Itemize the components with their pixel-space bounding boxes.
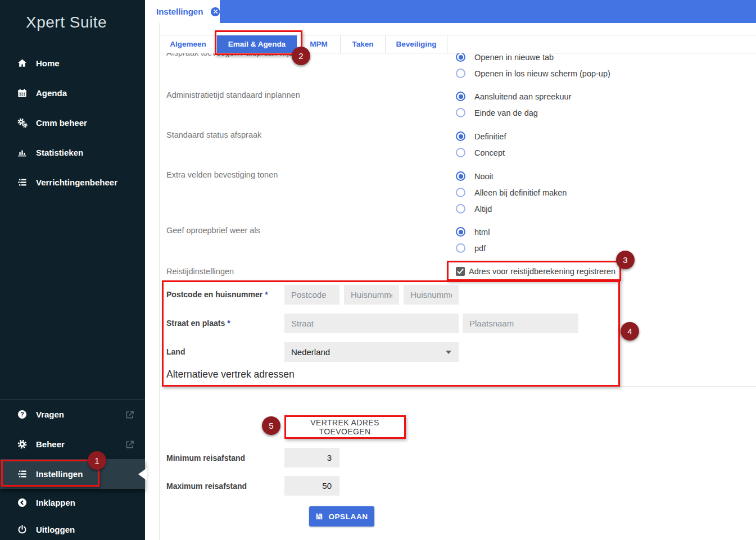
sidebar-item-instellingen[interactable]: Instellingen — [0, 459, 145, 489]
sidebar-item-inklappen[interactable]: Inklappen — [0, 489, 145, 516]
required-asterisk: * — [265, 290, 268, 299]
field-label-minimum-reisafstand: Minimum reisafstand — [166, 453, 245, 463]
power-icon — [16, 524, 28, 535]
sidebar-item-label: Agenda — [36, 88, 67, 98]
tab-email-agenda[interactable]: Email & Agenda — [217, 35, 297, 53]
radio-pdf[interactable]: pdf — [456, 240, 486, 256]
sidebar-item-label: Beheer — [36, 439, 65, 449]
bar-chart-icon — [16, 147, 28, 158]
topbar: Instellingen — [145, 0, 756, 23]
collapse-circle-icon — [16, 497, 28, 508]
radio-label: html — [474, 228, 490, 237]
sidebar-item-cmm-beheer[interactable]: Cmm beheer — [0, 108, 145, 138]
sidebar-item-label: Statistieken — [36, 148, 83, 157]
external-link-icon — [125, 410, 135, 420]
checkbox-checked-icon — [456, 267, 465, 276]
radio-openen-popup[interactable]: Openen in los nieuw scherm (pop-up) — [456, 65, 610, 81]
external-link-icon — [125, 439, 135, 450]
radio-icon — [456, 148, 465, 157]
sidebar-item-home[interactable]: Home — [0, 48, 145, 78]
question-circle-icon: ? — [16, 409, 28, 420]
field-label-reistijdinstellingen: Reistijdinstellingen — [166, 266, 234, 276]
sidebar-item-label: Instellingen — [36, 469, 83, 479]
radio-concept[interactable]: Concept — [456, 144, 505, 161]
radio-label: Concept — [474, 148, 505, 157]
vertrek-adres-toevoegen-button[interactable]: VERTREK ADRES TOEVOEGEN — [288, 417, 401, 437]
sidebar-nav-bottom: ? Vragen Beheer Instell — [0, 399, 145, 540]
field-label-straat-plaats: Straat en plaats* — [166, 318, 230, 328]
sidebar-item-statistieken[interactable]: Statistieken — [0, 138, 145, 167]
radio-label: Einde van de dag — [474, 108, 538, 117]
document-tab-instellingen[interactable]: Instellingen — [145, 0, 220, 23]
radio-icon — [456, 188, 465, 197]
field-label-administratietijd: Administratietijd standaard inplannen — [166, 90, 300, 100]
svg-text:?: ? — [20, 411, 24, 418]
tab-label: Taken — [352, 40, 373, 48]
tab-taken[interactable]: Taken — [341, 35, 386, 53]
label-text: Postcode en huisnummer — [166, 290, 262, 299]
radio-label: Openen in nieuwe tab — [474, 53, 554, 62]
radio-label: Definitief — [474, 132, 506, 141]
sidebar-item-beheer[interactable]: Beheer — [0, 429, 145, 459]
app-logo: Xpert Suite — [0, 0, 145, 31]
radio-nooit[interactable]: Nooit — [456, 168, 494, 184]
sidebar-item-label: Vragen — [36, 410, 64, 419]
tab-algemeen[interactable]: Algemeen — [160, 35, 217, 53]
section-divider — [160, 386, 756, 387]
main-panel: Algemeen Email & Agenda MPM Taken Beveil… — [159, 23, 756, 540]
radio-label: Aansluitend aan spreekuur — [474, 92, 572, 101]
radio-aansluitend-spreekuur[interactable]: Aansluitend aan spreekuur — [456, 88, 572, 105]
chevron-down-icon — [446, 351, 451, 354]
tab-label: Beveiliging — [396, 40, 436, 48]
list-icon — [16, 177, 28, 188]
tab-label: Algemeen — [170, 40, 206, 48]
radio-alleen-bij-definitief[interactable]: Alleen bij definitief maken — [456, 184, 567, 201]
label-text: Land — [166, 347, 185, 356]
radio-label: pdf — [474, 244, 486, 253]
huisnummer-toevoeging-input[interactable] — [404, 285, 459, 305]
minimum-reisafstand-input[interactable] — [284, 448, 339, 468]
land-select-value: Nederland — [291, 347, 330, 357]
radio-definitief[interactable]: Definitief — [456, 128, 506, 144]
radio-icon — [456, 227, 465, 237]
sidebar-item-uitloggen[interactable]: Uitloggen — [0, 516, 145, 540]
label-text: Straat en plaats — [166, 319, 225, 328]
sidebar-item-label: Inklappen — [36, 498, 75, 507]
gear-icon — [16, 439, 28, 450]
active-item-arrow — [138, 468, 147, 480]
cogs-icon — [16, 117, 28, 128]
radio-label: Altijd — [474, 205, 492, 214]
field-label-land: Land — [166, 347, 185, 357]
radio-openen-nieuwe-tab[interactable]: Openen in nieuwe tab — [456, 53, 554, 65]
plaatsnaam-input[interactable] — [463, 314, 578, 333]
save-button-label: OPSLAAN — [328, 512, 368, 521]
sidebar-item-verrichtingenbeheer[interactable]: Verrichtingenbeheer — [0, 167, 145, 197]
sidebar-item-label: Uitloggen — [36, 525, 75, 534]
radio-html[interactable]: html — [456, 224, 490, 240]
straat-input[interactable] — [284, 314, 459, 333]
list-icon — [16, 469, 28, 479]
huisnummer-input[interactable] — [344, 285, 399, 305]
tab-mpm[interactable]: MPM — [297, 35, 341, 53]
radio-altijd[interactable]: Altijd — [456, 201, 492, 217]
field-label-oproepbrief: Geef oproepbrief weer als — [166, 225, 260, 235]
app-window: Xpert Suite Home Agenda Cmm beheer — [0, 0, 756, 540]
field-label-extra-velden: Extra velden bevestiging tonen — [166, 170, 278, 180]
sidebar-item-agenda[interactable]: Agenda — [0, 78, 145, 108]
tab-beveiliging[interactable]: Beveiliging — [386, 35, 447, 53]
postcode-input[interactable] — [284, 285, 339, 305]
checkbox-adres-reistijdberekening[interactable]: Adres voor reistijdberekening registrere… — [456, 263, 615, 279]
land-select[interactable]: Nederland — [284, 342, 459, 362]
radio-icon — [456, 131, 465, 141]
radio-einde-van-de-dag[interactable]: Einde van de dag — [456, 105, 538, 121]
sidebar-item-label: Cmm beheer — [36, 118, 87, 128]
sidebar-item-vragen[interactable]: ? Vragen — [0, 400, 145, 429]
close-icon[interactable] — [211, 7, 220, 16]
section-heading-alternatieve-adressen: Alternatieve vertrek adressen — [166, 369, 295, 380]
maximum-reisafstand-input[interactable] — [284, 476, 339, 496]
sidebar-item-label: Home — [36, 58, 60, 68]
calendar-icon — [16, 88, 28, 98]
sidebar-nav-top: Home Agenda Cmm beheer Statistieken — [0, 48, 145, 197]
opslaan-button[interactable]: OPSLAAN — [309, 506, 374, 527]
settings-tabbar: Algemeen Email & Agenda MPM Taken Beveil… — [160, 35, 756, 53]
